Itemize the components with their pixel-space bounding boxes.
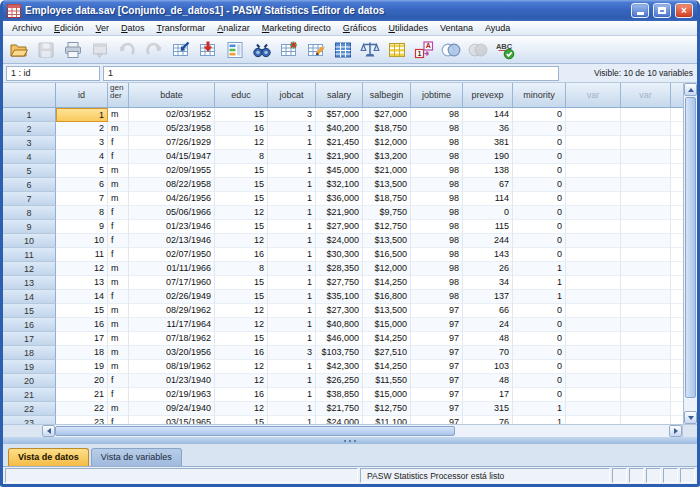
row-header-17[interactable]: 17 <box>3 332 56 346</box>
column-header-gender[interactable]: gender <box>108 83 129 108</box>
cell-19-jobcat[interactable]: 1 <box>268 360 316 374</box>
row-header-13[interactable]: 13 <box>3 276 56 290</box>
cell-11-bdate[interactable]: 02/07/1950 <box>129 248 215 262</box>
column-header-var2[interactable]: var <box>621 83 671 108</box>
cell-1-jobtime[interactable]: 98 <box>411 108 463 122</box>
cell-3-minority[interactable]: 0 <box>513 136 566 150</box>
cell-20-var1[interactable] <box>566 374 621 388</box>
menu-ver[interactable]: Ver <box>90 22 116 34</box>
menu-edici-n[interactable]: Edición <box>48 22 90 34</box>
cell-21-educ[interactable]: 16 <box>215 388 268 402</box>
cell-9-jobtime[interactable]: 98 <box>411 220 463 234</box>
menu-datos[interactable]: Datos <box>115 22 151 34</box>
cell-17-bdate[interactable]: 07/18/1962 <box>129 332 215 346</box>
cell-8-gender[interactable]: f <box>108 206 129 220</box>
cell-16-var2[interactable] <box>621 318 671 332</box>
cell-4-jobcat[interactable]: 1 <box>268 150 316 164</box>
vertical-scroll-track[interactable] <box>684 399 697 411</box>
cell-1-educ[interactable]: 15 <box>215 108 268 122</box>
cell-21-jobtime[interactable]: 97 <box>411 388 463 402</box>
cell-19-id[interactable]: 19 <box>56 360 108 374</box>
cell-8-educ[interactable]: 12 <box>215 206 268 220</box>
column-header-jobcat[interactable]: jobcat <box>268 83 316 108</box>
cell-1-minority[interactable]: 0 <box>513 108 566 122</box>
cell-10-salbegin[interactable]: $13,500 <box>363 234 411 248</box>
cell-15-salbegin[interactable]: $13,500 <box>363 304 411 318</box>
cell-13-jobcat[interactable]: 1 <box>268 276 316 290</box>
scroll-right-button[interactable] <box>669 425 682 437</box>
cell-3-salbegin[interactable]: $12,000 <box>363 136 411 150</box>
cell-9-id[interactable]: 9 <box>56 220 108 234</box>
cell-10-var2[interactable] <box>621 234 671 248</box>
cell-15-bdate[interactable]: 08/29/1962 <box>129 304 215 318</box>
cell-7-id[interactable]: 7 <box>56 192 108 206</box>
cell-16-jobtime[interactable]: 97 <box>411 318 463 332</box>
cell-21-salary[interactable]: $38,850 <box>316 388 363 402</box>
cell-3-jobtime[interactable]: 98 <box>411 136 463 150</box>
cell-2-jobtime[interactable]: 98 <box>411 122 463 136</box>
cell-21-jobcat[interactable]: 1 <box>268 388 316 402</box>
cell-7-jobtime[interactable]: 98 <box>411 192 463 206</box>
cell-20-jobtime[interactable]: 97 <box>411 374 463 388</box>
cell-2-var1[interactable] <box>566 122 621 136</box>
cell-13-salbegin[interactable]: $14,250 <box>363 276 411 290</box>
cell-18-bdate[interactable]: 03/20/1956 <box>129 346 215 360</box>
cell-15-minority[interactable]: 0 <box>513 304 566 318</box>
cell-19-gender[interactable]: m <box>108 360 129 374</box>
find-button[interactable] <box>249 38 275 62</box>
cell-15-jobtime[interactable]: 97 <box>411 304 463 318</box>
row-header-21[interactable]: 21 <box>3 388 56 402</box>
cell-13-salary[interactable]: $27,750 <box>316 276 363 290</box>
close-button[interactable]: × <box>675 3 693 18</box>
cell-21-bdate[interactable]: 02/19/1963 <box>129 388 215 402</box>
cell-20-prevexp[interactable]: 48 <box>463 374 513 388</box>
cell-7-var2[interactable] <box>621 192 671 206</box>
cell-15-var2[interactable] <box>621 304 671 318</box>
cell-5-id[interactable]: 5 <box>56 164 108 178</box>
cell-7-bdate[interactable]: 04/26/1956 <box>129 192 215 206</box>
row-header-5[interactable]: 5 <box>3 164 56 178</box>
cell-9-bdate[interactable]: 01/23/1946 <box>129 220 215 234</box>
cell-6-id[interactable]: 6 <box>56 178 108 192</box>
cell-12-gender[interactable]: m <box>108 262 129 276</box>
cell-5-var2[interactable] <box>621 164 671 178</box>
cell-19-bdate[interactable]: 08/19/1962 <box>129 360 215 374</box>
cell-16-gender[interactable]: m <box>108 318 129 332</box>
column-header-id[interactable]: id <box>56 83 108 108</box>
cell-2-bdate[interactable]: 05/23/1958 <box>129 122 215 136</box>
cell-22-id[interactable]: 22 <box>56 402 108 416</box>
cell-21-gender[interactable]: f <box>108 388 129 402</box>
menu-gr-ficos[interactable]: Gráficos <box>337 22 383 34</box>
cell-22-var2[interactable] <box>621 402 671 416</box>
row-header-12[interactable]: 12 <box>3 262 56 276</box>
insert-cases-button[interactable] <box>276 38 302 62</box>
menu-ventana[interactable]: Ventana <box>434 22 479 34</box>
cell-17-var2[interactable] <box>621 332 671 346</box>
cell-3-bdate[interactable]: 07/26/1929 <box>129 136 215 150</box>
cell-12-jobtime[interactable]: 98 <box>411 262 463 276</box>
cell-12-id[interactable]: 12 <box>56 262 108 276</box>
cell-7-var1[interactable] <box>566 192 621 206</box>
cell-14-id[interactable]: 14 <box>56 290 108 304</box>
grid-corner-cell[interactable] <box>3 83 56 108</box>
cell-19-var2[interactable] <box>621 360 671 374</box>
cell-23-var1[interactable] <box>566 416 621 424</box>
cell-9-gender[interactable]: f <box>108 220 129 234</box>
insert-variable-button[interactable] <box>303 38 329 62</box>
cell-16-educ[interactable]: 12 <box>215 318 268 332</box>
scroll-down-button[interactable] <box>684 411 697 424</box>
scroll-left-button[interactable] <box>42 425 55 437</box>
cell-14-salbegin[interactable]: $16,800 <box>363 290 411 304</box>
cell-5-educ[interactable]: 15 <box>215 164 268 178</box>
spell-check-button[interactable]: ABC <box>492 38 518 62</box>
menu-utilidades[interactable]: Utilidades <box>382 22 434 34</box>
cell-4-var1[interactable] <box>566 150 621 164</box>
cell-2-prevexp[interactable]: 36 <box>463 122 513 136</box>
weight-cases-button[interactable] <box>357 38 383 62</box>
cell-19-salbegin[interactable]: $14,250 <box>363 360 411 374</box>
cell-14-salary[interactable]: $35,100 <box>316 290 363 304</box>
cell-11-jobtime[interactable]: 98 <box>411 248 463 262</box>
row-header-20[interactable]: 20 <box>3 374 56 388</box>
menu-ayuda[interactable]: Ayuda <box>479 22 516 34</box>
cell-11-salary[interactable]: $30,300 <box>316 248 363 262</box>
